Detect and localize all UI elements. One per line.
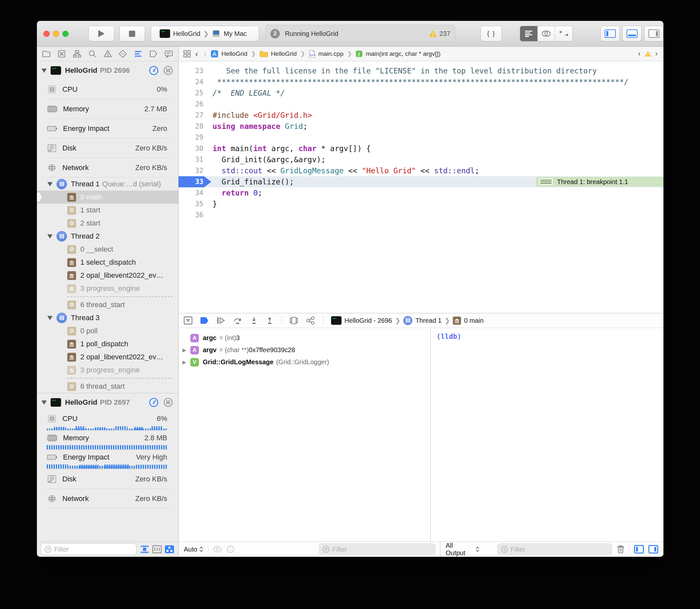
gauge-row-network[interactable]: Network Zero KB/s (37, 489, 178, 508)
gauge-row-energy-impact[interactable]: Energy Impact Very High (37, 450, 178, 469)
stack-frame-row[interactable]: 2 opal_libevent2022_ev… (37, 350, 178, 364)
code-line[interactable]: 36 (178, 210, 663, 221)
thread-row[interactable]: Thread 3 (37, 311, 178, 325)
activity-view[interactable]: 2 Running HelloGrid 237 (266, 25, 455, 42)
disclosure-triangle-icon[interactable] (47, 182, 53, 186)
thread-view-icon[interactable] (163, 398, 173, 407)
line-number[interactable]: 31 (178, 154, 203, 165)
breadcrumb-project[interactable]: HelloGrid (221, 50, 247, 57)
version-editor-button[interactable] (555, 26, 573, 41)
close-window-button[interactable] (44, 31, 50, 37)
code-line[interactable]: 28 using namespace Grid; (178, 121, 663, 132)
code-line[interactable]: 25 /* END LEGAL */ (178, 87, 663, 99)
breadcrumb-file[interactable]: main.cpp (318, 50, 343, 57)
code-line[interactable]: 34 return 0; (178, 187, 663, 198)
toggle-navigator-button[interactable] (600, 26, 620, 41)
tab-symbol-navigator-icon[interactable] (73, 50, 81, 58)
next-issue-button[interactable]: › (655, 50, 658, 58)
code-line[interactable]: 23 See the full license in the file "LIC… (178, 65, 663, 76)
code-line[interactable]: 27 #include <Grid/Grid.h> (178, 110, 663, 121)
process-header[interactable]: HelloGrid PID 2696 (37, 62, 178, 80)
code-line[interactable]: 24 *************************************… (178, 76, 663, 87)
disclosure-triangle-icon[interactable] (47, 234, 53, 239)
step-into-icon[interactable] (250, 317, 258, 325)
code-review-button[interactable]: { } (481, 26, 502, 41)
stack-frame-row[interactable]: 3 progress_engine (37, 364, 178, 377)
step-out-icon[interactable] (266, 317, 274, 325)
thread-view-icon[interactable] (163, 66, 173, 75)
gauge-row-memory[interactable]: Memory 2.7 MB (37, 99, 178, 119)
variable-row[interactable]: A argc = (int) 3 (178, 332, 430, 344)
variables-filter-field[interactable]: Filter (319, 543, 436, 555)
code-line[interactable]: 32 std::cout << GridLogMessage << "Hello… (178, 165, 663, 176)
stack-frame-row[interactable]: 2 opal_libevent2022_ev… (37, 269, 178, 282)
debug-memory-graph-icon[interactable] (306, 316, 315, 325)
line-number[interactable]: 26 (178, 99, 203, 110)
line-number[interactable]: 27 (178, 110, 203, 121)
debug-view-hierarchy-icon[interactable] (290, 317, 298, 325)
previous-issue-button[interactable]: ‹ (638, 50, 640, 58)
gauge-row-disk[interactable]: Disk Zero KB/s (37, 138, 178, 158)
code-line[interactable]: 35 } (178, 198, 663, 210)
debug-thread-label[interactable]: Thread 1 (415, 317, 441, 325)
filter-running-threads-icon[interactable] (152, 545, 162, 554)
tab-report-navigator-icon[interactable] (165, 50, 173, 58)
code-line[interactable]: 29 (178, 132, 663, 143)
variables-scope-dropdown[interactable]: Auto (184, 546, 203, 553)
gauge-view-icon[interactable] (149, 398, 159, 407)
navigator-filter-field[interactable]: Filter (41, 543, 136, 555)
tab-project-navigator-icon[interactable] (42, 50, 51, 58)
line-number[interactable]: 34 (178, 187, 203, 198)
variable-row[interactable]: ▶ A argv = (char **) 0x7ffee9039c28 (178, 344, 430, 356)
stack-frame-row[interactable]: 1 poll_dispatch (37, 337, 178, 350)
forward-button[interactable]: › (204, 49, 207, 59)
console-scope-dropdown[interactable]: All Output (446, 542, 480, 557)
gauge-row-cpu[interactable]: CPU 0% (37, 80, 178, 99)
view-process-by-queue-icon[interactable] (165, 545, 174, 554)
tab-test-navigator-icon[interactable] (119, 50, 127, 58)
tab-source-control-icon[interactable] (57, 50, 66, 58)
filter-paused-debug-icon[interactable] (140, 545, 150, 554)
disclosure-triangle-icon[interactable] (47, 316, 53, 320)
line-number[interactable]: 35 (178, 198, 203, 210)
stack-frame-row[interactable]: 1 select_dispatch (37, 256, 178, 269)
toggle-debug-area-button[interactable] (622, 26, 642, 41)
disclosure-triangle-icon[interactable]: ▶ (183, 347, 190, 353)
process-header[interactable]: HelloGrid PID 2697 (37, 393, 178, 412)
code-line[interactable]: 26 (178, 99, 663, 110)
line-number[interactable]: 28 (178, 121, 203, 132)
back-button[interactable]: ‹ (195, 49, 198, 59)
scheme-selector[interactable]: HelloGrid ❯ My Mac (151, 26, 259, 41)
step-over-icon[interactable] (233, 317, 242, 325)
trash-icon[interactable] (617, 545, 625, 554)
breadcrumb-symbol[interactable]: main(int argc, char * argv[]) (366, 50, 441, 57)
code-line[interactable]: 30 int main(int argc, char * argv[]) { (178, 143, 663, 154)
breakpoint-annotation[interactable]: Thread 1: breakpoint 1.1 (536, 177, 663, 187)
thread-row[interactable]: Thread 2 (37, 230, 178, 243)
assistant-editor-button[interactable] (537, 26, 555, 41)
gauge-row-cpu[interactable]: CPU 6% (37, 412, 178, 431)
tab-debug-navigator-icon[interactable] (134, 50, 142, 58)
standard-editor-button[interactable] (520, 26, 537, 41)
stack-frame-row[interactable]: ⚙ 0 __select (37, 243, 178, 256)
disclosure-triangle-icon[interactable] (41, 69, 47, 73)
gauge-row-memory[interactable]: Memory 2.8 MB (37, 431, 178, 450)
run-button[interactable] (88, 26, 114, 41)
line-number[interactable]: 24 (178, 76, 203, 87)
related-items-icon[interactable] (183, 50, 191, 58)
tab-issue-navigator-icon[interactable] (103, 50, 112, 58)
tab-breakpoint-navigator-icon[interactable] (149, 50, 158, 58)
line-number[interactable]: 25 (178, 87, 203, 99)
console[interactable]: (lldb) (431, 328, 663, 541)
stack-frame-row[interactable]: 0 main (37, 191, 178, 204)
debug-process-label[interactable]: HelloGrid - 2696 (344, 317, 392, 325)
gauge-row-energy-impact[interactable]: Energy Impact Zero (37, 119, 178, 138)
toggle-console-view-icon[interactable] (648, 545, 658, 554)
stack-frame-row[interactable]: ⚙ 0 poll (37, 325, 178, 337)
code-line[interactable]: 31 Grid_init(&argc,&argv); (178, 154, 663, 165)
thread-row[interactable]: Thread 1 Queue:…d (serial) (37, 177, 178, 191)
gauge-row-network[interactable]: Network Zero KB/s (37, 158, 178, 177)
stack-frame-row[interactable]: ⚙ 6 thread_start (37, 298, 178, 311)
stop-button[interactable] (119, 26, 145, 41)
code-line-current[interactable]: 33 Grid_finalize(); 33 Thread 1: breakpo… (178, 176, 663, 187)
